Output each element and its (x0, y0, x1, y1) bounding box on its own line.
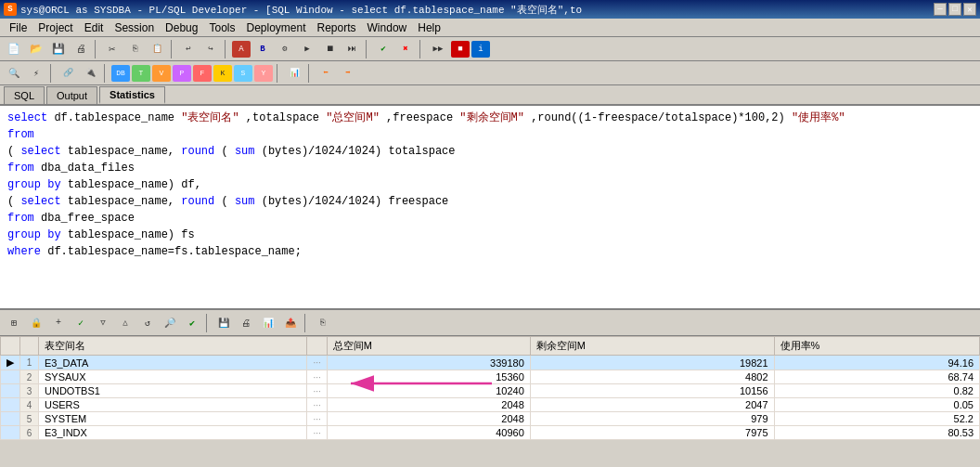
cell-dots: ··· (307, 384, 327, 398)
col-free[interactable]: 剩余空间M (530, 337, 774, 356)
result-print-btn[interactable]: 🖨 (236, 314, 256, 332)
info-btn[interactable]: i (471, 41, 490, 58)
cell-usage-rate[interactable]: 94.16 (774, 356, 979, 370)
cell-total-space[interactable]: 15360 (327, 370, 530, 384)
cell-tablespace-name[interactable]: SYSTEM (39, 412, 307, 426)
db-icon5[interactable]: F (193, 65, 212, 82)
col-usage[interactable]: 使用率% (774, 337, 979, 356)
db-icon8[interactable]: Y (254, 65, 273, 82)
cell-usage-rate[interactable]: 68.74 (774, 370, 979, 384)
rollback-btn[interactable]: ✖ (395, 40, 416, 58)
tab-statistics[interactable]: Statistics (99, 86, 165, 104)
menu-file[interactable]: File (4, 19, 32, 36)
cell-free-space[interactable]: 7975 (530, 426, 774, 440)
sql-editor[interactable]: select df.tablespace_name "表空间名" ,totals… (0, 106, 980, 310)
result-refresh-btn[interactable]: ↺ (137, 314, 158, 332)
menu-deployment[interactable]: Deployment (240, 19, 311, 36)
sep4 (366, 40, 369, 58)
disconnect-btn[interactable]: 🔌 (80, 64, 100, 83)
cell-usage-rate[interactable]: 80.53 (774, 426, 979, 440)
cell-tablespace-name[interactable]: USERS (39, 398, 307, 412)
menu-project[interactable]: Project (32, 19, 78, 36)
stop-btn[interactable]: ■ (451, 41, 470, 58)
cell-tablespace-name[interactable]: E3_INDX (39, 426, 307, 440)
cell-total-space[interactable]: 339180 (327, 356, 530, 370)
tb-icon-e[interactable]: ⏹ (319, 40, 340, 58)
tb-icon-f[interactable]: ⏭ (342, 40, 362, 58)
tab-output[interactable]: Output (46, 86, 97, 104)
icon1-btn[interactable]: ✂ (102, 40, 122, 58)
tb-icon-a[interactable]: A (232, 41, 251, 58)
arrow-left-btn[interactable]: ⬅ (316, 64, 336, 83)
new-btn[interactable]: 📄 (4, 40, 24, 58)
tb-icon-d[interactable]: ▶ (297, 40, 317, 58)
cell-free-space[interactable]: 979 (530, 412, 774, 426)
col-tablespace[interactable]: 表空间名 (39, 337, 307, 356)
menu-debug[interactable]: Debug (160, 19, 203, 36)
cell-usage-rate[interactable]: 0.82 (774, 384, 979, 398)
tab-sql[interactable]: SQL (4, 86, 45, 104)
db-icon2[interactable]: T (132, 65, 150, 82)
result-lock-btn[interactable]: 🔒 (26, 314, 46, 332)
result-chart-btn[interactable]: 📊 (258, 314, 278, 332)
db-icon1[interactable]: DB (111, 65, 130, 82)
tb2-a[interactable]: 🔍 (4, 64, 24, 83)
open-btn[interactable]: 📂 (26, 40, 46, 58)
save-btn[interactable]: 💾 (48, 40, 69, 58)
result-del-down-btn[interactable]: ▽ (93, 314, 113, 332)
menu-reports[interactable]: Reports (312, 19, 362, 36)
db-icon7[interactable]: S (234, 65, 252, 82)
icon3-btn[interactable]: 📋 (147, 40, 167, 58)
menu-help[interactable]: Help (412, 19, 446, 36)
db-icon6[interactable]: K (213, 65, 232, 82)
cell-tablespace-name[interactable]: E3_DATA (39, 356, 307, 370)
sep6 (50, 64, 54, 83)
print-btn[interactable]: 🖨 (71, 40, 91, 58)
result-search-btn[interactable]: 🔎 (160, 314, 180, 332)
tb2-b[interactable]: ⚡ (26, 64, 46, 83)
maximize-btn[interactable]: □ (948, 3, 961, 16)
close-btn[interactable]: ✕ (963, 3, 976, 16)
cell-free-space[interactable]: 10156 (530, 384, 774, 398)
result-save-btn[interactable]: 💾 (213, 314, 234, 332)
cell-free-space[interactable]: 19821 (530, 356, 774, 370)
arrow-right-btn[interactable]: ➡ (338, 64, 358, 83)
cell-usage-rate[interactable]: 52.2 (774, 412, 979, 426)
result-apply-btn[interactable]: ✔ (182, 314, 202, 332)
sep3 (225, 40, 228, 58)
result-grid-btn[interactable]: ⊞ (4, 314, 24, 332)
run-all-btn[interactable]: ▶▶ (427, 40, 449, 58)
icon2-btn[interactable]: ⎘ (124, 40, 145, 58)
cell-tablespace-name[interactable]: UNDOTBS1 (39, 384, 307, 398)
result-table-area: 表空间名 总空间M 剩余空间M 使用率% ▶1E3_DATA···3391801… (0, 336, 980, 440)
tb-icon-c[interactable]: ⚙ (275, 40, 295, 58)
result-del-up-btn[interactable]: △ (115, 314, 135, 332)
db-icon4[interactable]: P (173, 65, 191, 82)
cell-usage-rate[interactable]: 0.05 (774, 398, 979, 412)
cell-total-space[interactable]: 40960 (327, 426, 530, 440)
plan-btn[interactable]: 📊 (284, 64, 304, 83)
result-add-btn[interactable]: + (48, 314, 69, 332)
cell-free-space[interactable]: 4802 (530, 370, 774, 384)
cell-dots: ··· (307, 426, 327, 440)
col-total[interactable]: 总空间M (327, 337, 530, 356)
db-icon3[interactable]: V (152, 65, 171, 82)
cell-total-space[interactable]: 10240 (327, 384, 530, 398)
tb-icon-b[interactable]: B (252, 40, 273, 58)
menu-session[interactable]: Session (109, 19, 160, 36)
menu-window[interactable]: Window (362, 19, 413, 36)
cell-total-space[interactable]: 2048 (327, 412, 530, 426)
cell-total-space[interactable]: 2048 (327, 398, 530, 412)
menu-tools[interactable]: Tools (203, 19, 240, 36)
minimize-btn[interactable]: ─ (934, 3, 947, 16)
connect-btn[interactable]: 🔗 (58, 64, 78, 83)
menu-edit[interactable]: Edit (79, 19, 110, 36)
cell-tablespace-name[interactable]: SYSAUX (39, 370, 307, 384)
cell-free-space[interactable]: 2047 (530, 398, 774, 412)
icon4-btn[interactable]: ↩ (178, 40, 199, 58)
result-confirm-btn[interactable]: ✓ (71, 314, 91, 332)
result-copyall-btn[interactable]: ⎘ (312, 314, 332, 332)
result-export-btn[interactable]: 📤 (280, 314, 301, 332)
commit-btn[interactable]: ✔ (373, 40, 393, 58)
icon5-btn[interactable]: ↪ (200, 40, 221, 58)
